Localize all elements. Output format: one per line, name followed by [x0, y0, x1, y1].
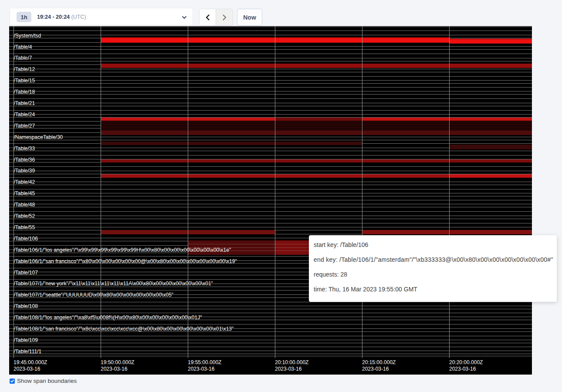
svg-text:/Table/106/1/"los angeles"/"\x: /Table/106/1/"los angeles"/"\x99\x99\x99… [14, 247, 231, 253]
svg-text:/Table/111/1: /Table/111/1 [14, 348, 42, 355]
svg-text:/Table/21: /Table/21 [14, 100, 35, 106]
svg-text:19:50:00.000Z: 19:50:00.000Z [101, 359, 134, 365]
svg-text:2023-03-16: 2023-03-16 [275, 366, 302, 372]
svg-text:2023-03-16: 2023-03-16 [14, 366, 41, 372]
svg-text:/Table/4: /Table/4 [14, 44, 32, 50]
svg-text:/Table/108/1/"san francisco"/": /Table/108/1/"san francisco"/"\x8c\xcc\x… [14, 326, 234, 332]
svg-text:/Table/7: /Table/7 [14, 55, 32, 61]
svg-text:/Table/24: /Table/24 [14, 112, 35, 118]
svg-text:2023-03-16: 2023-03-16 [449, 366, 476, 372]
svg-text:19:55:00.000Z: 19:55:00.000Z [188, 359, 221, 365]
svg-text:/Table/106/1/"san francisco"/": /Table/106/1/"san francisco"/"\x80\x00\x… [14, 258, 237, 264]
svg-text:/Table/52: /Table/52 [14, 213, 35, 219]
svg-text:/Table/107: /Table/107 [14, 270, 38, 276]
svg-text:/Table/107/1/"seattle"/"UUUUUU: /Table/107/1/"seattle"/"UUUUUUD\x00\x80\… [14, 292, 174, 298]
svg-text:19:45:00.000Z: 19:45:00.000Z [14, 359, 47, 365]
svg-text:/Table/45: /Table/45 [14, 190, 35, 196]
svg-text:/Table/107/1/"new york"/"\x11\: /Table/107/1/"new york"/"\x11\x11\x11\x1… [14, 280, 213, 287]
svg-text:/Table/36: /Table/36 [14, 157, 35, 163]
svg-text:/Table/48: /Table/48 [14, 202, 35, 208]
svg-text:/Table/15: /Table/15 [14, 78, 35, 84]
svg-text:/Table/27: /Table/27 [14, 123, 35, 129]
svg-text:20:20:00.000Z: 20:20:00.000Z [449, 359, 483, 365]
svg-text:/Table/108/1/"los angeles"/"\x: /Table/108/1/"los angeles"/"\xa8\xf5\u00… [14, 314, 202, 321]
svg-text:2023-03-16: 2023-03-16 [188, 366, 215, 372]
svg-text:2023-03-16: 2023-03-16 [101, 366, 128, 372]
svg-text:/Table/18: /Table/18 [14, 89, 35, 95]
svg-text:20:10:00.000Z: 20:10:00.000Z [275, 359, 308, 365]
svg-text:/Table/42: /Table/42 [14, 179, 35, 185]
svg-text:20:15:00.000Z: 20:15:00.000Z [362, 359, 396, 365]
svg-text:2023-03-16: 2023-03-16 [362, 366, 389, 372]
svg-text:/Table/12: /Table/12 [14, 66, 35, 72]
svg-text:/Table/106: /Table/106 [14, 236, 38, 242]
svg-text:/NamespaceTable/30: /NamespaceTable/30 [14, 134, 63, 140]
svg-text:/Table/108: /Table/108 [14, 303, 38, 309]
svg-text:/System/tsd: /System/tsd [14, 33, 41, 39]
svg-text:/Table/33: /Table/33 [14, 145, 35, 152]
svg-text:/Table/55: /Table/55 [14, 224, 35, 230]
svg-text:/Table/39: /Table/39 [14, 168, 35, 174]
svg-text:/Table/109: /Table/109 [14, 337, 38, 343]
